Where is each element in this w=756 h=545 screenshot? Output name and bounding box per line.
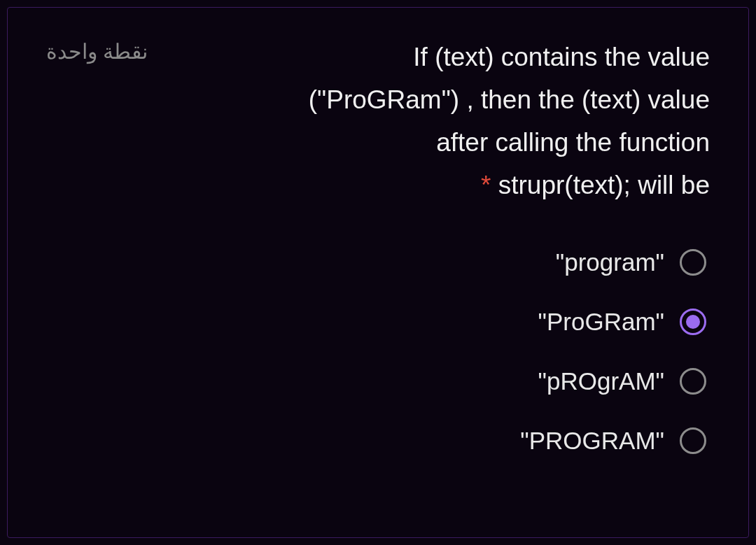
option-label: "ProGRam" <box>538 308 664 336</box>
points-label: نقطة واحدة <box>46 36 148 64</box>
question-line-2: ("ProGRam") , then the (text) value <box>309 85 710 114</box>
required-asterisk: * <box>481 171 491 199</box>
option-label: "PROGRAM" <box>520 427 664 455</box>
question-header: نقطة واحدة If (text) contains the value … <box>46 36 710 206</box>
radio-icon <box>680 368 706 395</box>
option-program-lower[interactable]: "program" <box>556 248 706 276</box>
question-line-4: strupr(text); will be <box>498 171 710 199</box>
option-program-upper[interactable]: "PROGRAM" <box>520 427 706 455</box>
options-list: "program" "ProGRam" "pROgrAM" "PROGRAM" <box>46 248 710 455</box>
question-card: نقطة واحدة If (text) contains the value … <box>7 7 749 538</box>
radio-icon <box>680 427 706 454</box>
question-line-1: If (text) contains the value <box>413 43 710 71</box>
radio-icon <box>680 309 706 335</box>
question-text: If (text) contains the value ("ProGRam")… <box>309 36 710 206</box>
option-label: "program" <box>556 248 664 276</box>
radio-icon <box>680 249 706 276</box>
option-label: "pROgrAM" <box>538 367 664 395</box>
option-program-mixed[interactable]: "ProGRam" <box>538 308 706 336</box>
option-program-inverse[interactable]: "pROgrAM" <box>538 367 706 395</box>
question-line-3: after calling the function <box>436 128 710 157</box>
